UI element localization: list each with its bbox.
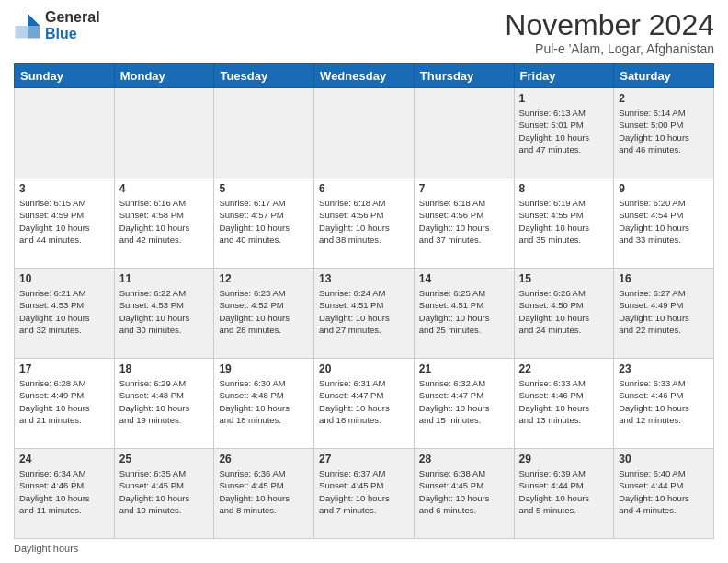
calendar-cell: 12Sunrise: 6:23 AM Sunset: 4:52 PM Dayli… — [214, 269, 314, 359]
calendar-cell — [214, 88, 314, 178]
day-number: 23 — [619, 362, 709, 375]
calendar-day-header-friday: Friday — [514, 64, 614, 88]
day-number: 24 — [19, 453, 109, 465]
calendar-cell: 16Sunrise: 6:27 AM Sunset: 4:49 PM Dayli… — [614, 269, 714, 359]
calendar-cell: 26Sunrise: 6:36 AM Sunset: 4:45 PM Dayli… — [214, 449, 314, 539]
day-info: Sunrise: 6:36 AM Sunset: 4:45 PM Dayligh… — [219, 467, 309, 516]
day-info: Sunrise: 6:40 AM Sunset: 4:44 PM Dayligh… — [619, 467, 709, 516]
title-section: November 2024 Pul-e 'Alam, Logar, Afghan… — [505, 9, 714, 56]
day-info: Sunrise: 6:22 AM Sunset: 4:53 PM Dayligh… — [119, 287, 210, 336]
day-info: Sunrise: 6:15 AM Sunset: 4:59 PM Dayligh… — [19, 197, 109, 246]
day-number: 29 — [519, 453, 609, 465]
calendar-cell: 22Sunrise: 6:33 AM Sunset: 4:46 PM Dayli… — [514, 359, 614, 449]
calendar-cell — [114, 88, 214, 178]
calendar-cell: 28Sunrise: 6:38 AM Sunset: 4:45 PM Dayli… — [414, 449, 514, 539]
calendar-table: SundayMondayTuesdayWednesdayThursdayFrid… — [14, 63, 714, 539]
calendar-cell: 27Sunrise: 6:37 AM Sunset: 4:45 PM Dayli… — [314, 449, 415, 539]
day-info: Sunrise: 6:27 AM Sunset: 4:49 PM Dayligh… — [619, 287, 709, 336]
logo-general: General — [45, 9, 100, 26]
day-number: 6 — [319, 182, 409, 195]
day-number: 20 — [319, 362, 409, 375]
day-number: 19 — [219, 362, 309, 375]
day-info: Sunrise: 6:30 AM Sunset: 4:48 PM Dayligh… — [219, 377, 309, 426]
logo: General Blue — [14, 9, 100, 41]
day-number: 16 — [619, 272, 709, 285]
day-number: 10 — [19, 272, 109, 285]
day-number: 28 — [419, 453, 509, 465]
day-info: Sunrise: 6:37 AM Sunset: 4:45 PM Dayligh… — [319, 467, 409, 516]
calendar-cell: 30Sunrise: 6:40 AM Sunset: 4:44 PM Dayli… — [614, 449, 714, 539]
calendar-cell: 1Sunrise: 6:13 AM Sunset: 5:01 PM Daylig… — [514, 88, 614, 178]
logo-icon — [14, 12, 41, 40]
calendar-header-row: SundayMondayTuesdayWednesdayThursdayFrid… — [15, 64, 714, 88]
day-info: Sunrise: 6:38 AM Sunset: 4:45 PM Dayligh… — [419, 467, 509, 516]
day-info: Sunrise: 6:19 AM Sunset: 4:55 PM Dayligh… — [519, 197, 609, 246]
calendar-cell: 13Sunrise: 6:24 AM Sunset: 4:51 PM Dayli… — [314, 269, 415, 359]
calendar-cell: 29Sunrise: 6:39 AM Sunset: 4:44 PM Dayli… — [514, 449, 614, 539]
calendar-week-row: 1Sunrise: 6:13 AM Sunset: 5:01 PM Daylig… — [15, 88, 714, 178]
calendar-cell: 21Sunrise: 6:32 AM Sunset: 4:47 PM Dayli… — [414, 359, 514, 449]
day-info: Sunrise: 6:18 AM Sunset: 4:56 PM Dayligh… — [419, 197, 509, 246]
calendar-cell: 9Sunrise: 6:20 AM Sunset: 4:54 PM Daylig… — [614, 178, 714, 269]
day-info: Sunrise: 6:17 AM Sunset: 4:57 PM Dayligh… — [219, 197, 309, 246]
day-info: Sunrise: 6:31 AM Sunset: 4:47 PM Dayligh… — [319, 377, 409, 426]
calendar-cell: 11Sunrise: 6:22 AM Sunset: 4:53 PM Dayli… — [114, 269, 214, 359]
day-number: 11 — [119, 272, 210, 285]
day-number: 8 — [519, 182, 609, 195]
day-info: Sunrise: 6:25 AM Sunset: 4:51 PM Dayligh… — [419, 287, 509, 336]
day-info: Sunrise: 6:21 AM Sunset: 4:53 PM Dayligh… — [19, 287, 109, 336]
day-number: 1 — [519, 92, 609, 105]
calendar-cell: 25Sunrise: 6:35 AM Sunset: 4:45 PM Dayli… — [114, 449, 214, 539]
calendar-cell: 6Sunrise: 6:18 AM Sunset: 4:56 PM Daylig… — [314, 178, 415, 269]
calendar-cell: 19Sunrise: 6:30 AM Sunset: 4:48 PM Dayli… — [214, 359, 314, 449]
day-number: 21 — [419, 362, 509, 375]
logo-blue: Blue — [45, 26, 100, 42]
day-number: 5 — [219, 182, 309, 195]
svg-marker-1 — [28, 26, 40, 39]
page: General Blue November 2024 Pul-e 'Alam, … — [0, 0, 728, 563]
day-info: Sunrise: 6:26 AM Sunset: 4:50 PM Dayligh… — [519, 287, 609, 336]
day-info: Sunrise: 6:14 AM Sunset: 5:00 PM Dayligh… — [619, 107, 709, 155]
calendar-cell — [314, 88, 415, 178]
day-info: Sunrise: 6:23 AM Sunset: 4:52 PM Dayligh… — [219, 287, 309, 336]
day-info: Sunrise: 6:13 AM Sunset: 5:01 PM Dayligh… — [519, 107, 609, 155]
calendar-day-header-thursday: Thursday — [414, 64, 514, 88]
day-info: Sunrise: 6:18 AM Sunset: 4:56 PM Dayligh… — [319, 197, 409, 246]
day-number: 25 — [119, 453, 210, 465]
day-info: Sunrise: 6:35 AM Sunset: 4:45 PM Dayligh… — [119, 467, 210, 516]
calendar-cell: 14Sunrise: 6:25 AM Sunset: 4:51 PM Dayli… — [414, 269, 514, 359]
day-number: 12 — [219, 272, 309, 285]
day-number: 4 — [119, 182, 210, 195]
day-number: 7 — [419, 182, 509, 195]
svg-marker-2 — [16, 26, 28, 39]
day-number: 9 — [619, 182, 709, 195]
calendar-week-row: 17Sunrise: 6:28 AM Sunset: 4:49 PM Dayli… — [15, 359, 714, 449]
calendar-cell: 18Sunrise: 6:29 AM Sunset: 4:48 PM Dayli… — [114, 359, 214, 449]
day-info: Sunrise: 6:34 AM Sunset: 4:46 PM Dayligh… — [19, 467, 109, 516]
day-info: Sunrise: 6:39 AM Sunset: 4:44 PM Dayligh… — [519, 467, 609, 516]
calendar-cell: 2Sunrise: 6:14 AM Sunset: 5:00 PM Daylig… — [614, 88, 714, 178]
day-number: 18 — [119, 362, 210, 375]
day-number: 15 — [519, 272, 609, 285]
calendar-cell — [15, 88, 115, 178]
day-number: 17 — [19, 362, 109, 375]
svg-marker-0 — [28, 13, 40, 26]
calendar-cell: 23Sunrise: 6:33 AM Sunset: 4:46 PM Dayli… — [614, 359, 714, 449]
month-title: November 2024 — [505, 9, 714, 41]
calendar-cell: 5Sunrise: 6:17 AM Sunset: 4:57 PM Daylig… — [214, 178, 314, 269]
calendar-cell: 3Sunrise: 6:15 AM Sunset: 4:59 PM Daylig… — [15, 178, 115, 269]
calendar-day-header-tuesday: Tuesday — [214, 64, 314, 88]
logo-text: General Blue — [45, 9, 100, 41]
calendar-week-row: 3Sunrise: 6:15 AM Sunset: 4:59 PM Daylig… — [15, 178, 714, 269]
day-info: Sunrise: 6:16 AM Sunset: 4:58 PM Dayligh… — [119, 197, 210, 246]
day-number: 27 — [319, 453, 409, 465]
calendar-week-row: 24Sunrise: 6:34 AM Sunset: 4:46 PM Dayli… — [15, 449, 714, 539]
calendar-cell: 10Sunrise: 6:21 AM Sunset: 4:53 PM Dayli… — [15, 269, 115, 359]
day-info: Sunrise: 6:32 AM Sunset: 4:47 PM Dayligh… — [419, 377, 509, 426]
day-info: Sunrise: 6:28 AM Sunset: 4:49 PM Dayligh… — [19, 377, 109, 426]
subtitle: Pul-e 'Alam, Logar, Afghanistan — [505, 41, 714, 56]
calendar-cell: 17Sunrise: 6:28 AM Sunset: 4:49 PM Dayli… — [15, 359, 115, 449]
footer: Daylight hours — [14, 543, 714, 554]
day-number: 22 — [519, 362, 609, 375]
header: General Blue November 2024 Pul-e 'Alam, … — [14, 9, 714, 56]
